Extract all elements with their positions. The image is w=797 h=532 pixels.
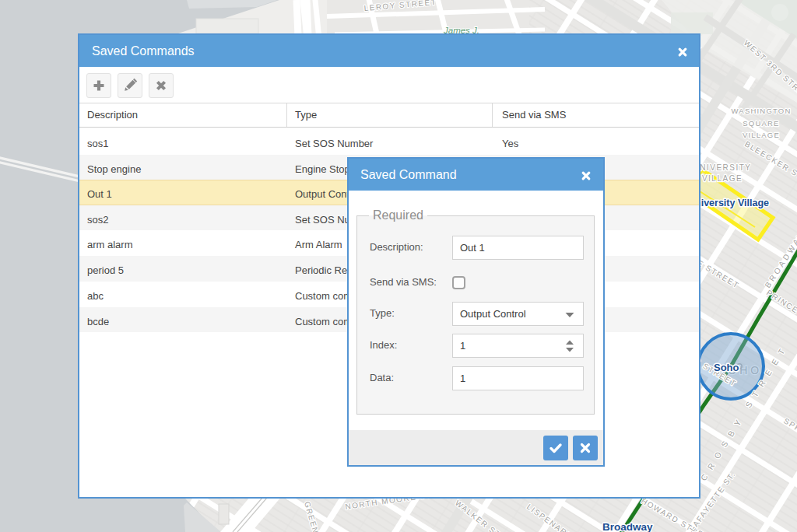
svg-text:VILLAGE: VILLAGE — [702, 174, 743, 183]
svg-text:UNIVERSITY: UNIVERSITY — [693, 163, 751, 172]
svg-text:WASHINGTON: WASHINGTON — [732, 107, 792, 115]
svg-text:Broadway: Broadway — [602, 521, 653, 532]
svg-text:Soho: Soho — [714, 362, 739, 373]
svg-text:VILLAGE: VILLAGE — [743, 131, 780, 139]
svg-text:SQUARE: SQUARE — [743, 119, 779, 128]
